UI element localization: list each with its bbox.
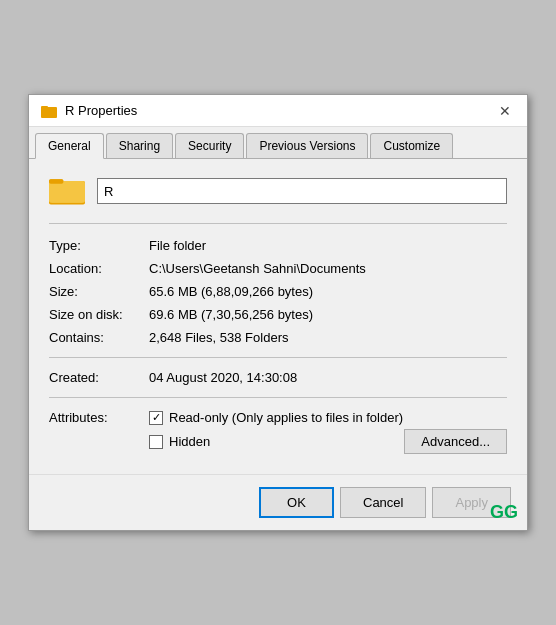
svg-rect-6 [49,179,63,184]
properties-window: R Properties ✕ General Sharing Security … [28,94,528,531]
svg-rect-1 [41,106,48,109]
title-bar-left: R Properties [41,103,137,119]
button-bar: OK Cancel Apply [29,474,527,530]
size-on-disk-row: Size on disk: 69.6 MB (7,30,56,256 bytes… [49,303,507,326]
tabs-bar: General Sharing Security Previous Versio… [29,127,527,159]
folder-icon-large [49,175,85,207]
ok-button[interactable]: OK [259,487,334,518]
size-row: Size: 65.6 MB (6,88,09,266 bytes) [49,280,507,303]
title-folder-icon [41,103,57,119]
separator-3 [49,397,507,398]
location-label: Location: [49,257,149,280]
hidden-row: Hidden Advanced... [149,429,507,454]
attributes-table: Attributes: Read-only (Only applies to f… [49,406,507,458]
hidden-label: Hidden [169,434,210,449]
title-bar: R Properties ✕ [29,95,527,127]
readonly-label: Read-only (Only applies to files in fold… [169,410,403,425]
cancel-button[interactable]: Cancel [340,487,426,518]
type-label: Type: [49,234,149,257]
created-row: Created: 04 August 2020, 14:30:08 [49,366,507,389]
size-on-disk-value: 69.6 MB (7,30,56,256 bytes) [149,303,507,326]
created-table: Created: 04 August 2020, 14:30:08 [49,366,507,389]
window-title: R Properties [65,103,137,118]
attributes-controls: Read-only (Only applies to files in fold… [149,406,507,458]
attributes-section: Attributes: Read-only (Only applies to f… [49,406,507,458]
contains-row: Contains: 2,648 Files, 538 Folders [49,326,507,349]
tab-previous-versions[interactable]: Previous Versions [246,133,368,158]
contains-label: Contains: [49,326,149,349]
separator-2 [49,357,507,358]
type-row: Type: File folder [49,234,507,257]
tab-general[interactable]: General [35,133,104,159]
size-value: 65.6 MB (6,88,09,266 bytes) [149,280,507,303]
tab-security[interactable]: Security [175,133,244,158]
advanced-button[interactable]: Advanced... [404,429,507,454]
folder-name-row [49,175,507,207]
tab-content: Type: File folder Location: C:\Users\Gee… [29,159,527,474]
location-value: C:\Users\Geetansh Sahni\Documents [149,257,507,280]
properties-table: Type: File folder Location: C:\Users\Gee… [49,234,507,349]
watermark: GG [490,502,518,523]
attributes-label: Attributes: [49,406,149,458]
location-row: Location: C:\Users\Geetansh Sahni\Docume… [49,257,507,280]
created-value: 04 August 2020, 14:30:08 [149,366,507,389]
hidden-left: Hidden [149,434,210,449]
folder-name-input[interactable] [97,178,507,204]
contains-value: 2,648 Files, 538 Folders [149,326,507,349]
size-on-disk-label: Size on disk: [49,303,149,326]
close-button[interactable]: ✕ [495,101,515,121]
attributes-row: Attributes: Read-only (Only applies to f… [49,406,507,458]
tab-customize[interactable]: Customize [370,133,453,158]
tab-sharing[interactable]: Sharing [106,133,173,158]
svg-rect-5 [49,181,85,203]
readonly-row: Read-only (Only applies to files in fold… [149,410,507,425]
created-label: Created: [49,366,149,389]
size-label: Size: [49,280,149,303]
readonly-checkbox[interactable] [149,411,163,425]
type-value: File folder [149,234,507,257]
hidden-checkbox[interactable] [149,435,163,449]
separator-1 [49,223,507,224]
